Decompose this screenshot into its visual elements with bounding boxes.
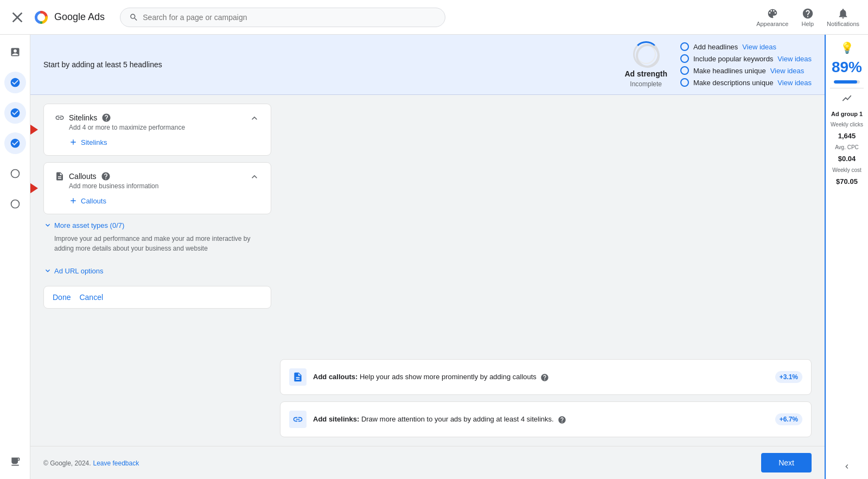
main-content: Start by adding at least 5 headlines Ad … — [30, 35, 825, 479]
callouts-icon — [55, 171, 65, 181]
sitelinks-help-icon — [101, 113, 111, 123]
suggestion-text-2: Include popular keywords — [693, 55, 773, 63]
appearance-button[interactable]: Appearance — [756, 8, 788, 27]
sitelinks-tip-body: Draw more attention to your ads by addin… — [361, 415, 554, 423]
notifications-button[interactable]: Notifications — [827, 8, 859, 27]
weekly-cost-label: Weekly cost — [832, 167, 861, 173]
suggestion-add-headlines: Add headlines View ideas — [680, 42, 812, 51]
callouts-tip-title: Add callouts: — [313, 373, 358, 381]
suggestion-unique-headlines: Make headlines unique View ideas — [680, 66, 812, 75]
add-callouts-button[interactable]: Callouts — [69, 196, 260, 205]
content-area: Sitelinks Add 4 or more to maximize perf… — [30, 95, 825, 446]
url-options-chevron-icon — [43, 266, 52, 275]
chart-icon — [841, 93, 852, 106]
sidebar-item-circle1[interactable] — [4, 163, 26, 184]
performance-percent: 89% — [832, 59, 862, 76]
sitelinks-tip-badge: +6.7% — [775, 413, 802, 425]
sitelinks-subtitle: Add 4 or more to maximize performance — [69, 124, 185, 131]
sitelinks-card-wrapper: Sitelinks Add 4 or more to maximize perf… — [43, 104, 271, 156]
ad-strength-banner: Start by adding at least 5 headlines Ad … — [30, 35, 825, 95]
view-ideas-4[interactable]: View ideas — [777, 79, 812, 87]
sidebar-item-check1[interactable] — [4, 72, 26, 93]
close-button[interactable] — [9, 9, 26, 26]
sidebar-item-circle2[interactable] — [4, 193, 26, 215]
callouts-card-header: Callouts Add more business information — [55, 171, 260, 190]
sidebar-item-check3[interactable] — [4, 132, 26, 154]
weekly-clicks-value: 1,645 — [838, 132, 856, 140]
avg-cpc-value: $0.04 — [838, 155, 856, 163]
panel-collapse-button[interactable] — [843, 462, 851, 472]
tip-card-sitelinks: Add sitelinks: Draw more attention to yo… — [280, 401, 812, 437]
suggestion-text-1: Add headlines — [693, 43, 738, 51]
svg-point-1 — [11, 170, 19, 178]
search-input[interactable] — [143, 13, 436, 22]
callouts-chevron[interactable] — [249, 171, 260, 184]
ad-strength-center: Ad strength Incomplete — [624, 41, 667, 88]
sitelinks-arrow-container — [30, 116, 38, 143]
suggestion-unique-descriptions: Make descriptions unique View ideas — [680, 78, 812, 87]
view-ideas-1[interactable]: View ideas — [742, 43, 776, 51]
callouts-arrow-container — [30, 175, 38, 202]
callouts-red-arrow — [30, 175, 38, 202]
svg-point-2 — [11, 200, 19, 208]
sidebar-item-settings[interactable] — [4, 451, 26, 472]
logo: Google Ads — [33, 9, 105, 26]
header-actions: Appearance Help Notifications — [756, 8, 859, 27]
callouts-subtitle: Add more business information — [69, 182, 158, 190]
sidebar-item-check2[interactable] — [4, 102, 26, 124]
add-sitelinks-label: Sitelinks — [81, 138, 107, 146]
ad-group-label: Ad group 1 — [831, 111, 863, 117]
performance-bar-fill — [834, 80, 857, 84]
suggestion-radio-4 — [680, 78, 689, 87]
callouts-tip-help-icon — [540, 373, 549, 382]
more-asset-types-label: More asset types (0/7) — [54, 221, 124, 229]
callouts-title: Callouts — [55, 171, 158, 181]
sidebar-item-dashboard[interactable] — [4, 41, 26, 63]
progress-circle — [633, 41, 659, 67]
appearance-label: Appearance — [756, 21, 788, 27]
right-column: Add callouts: Help your ads show more pr… — [280, 104, 812, 437]
svg-marker-6 — [30, 177, 38, 199]
callouts-tip-text: Add callouts: Help your ads show more pr… — [313, 372, 769, 382]
copyright-text: © Google, 2024. — [43, 459, 91, 467]
right-column-spacer — [280, 104, 812, 353]
more-asset-types-link[interactable]: More asset types (0/7) — [43, 221, 271, 229]
callouts-card-wrapper: Callouts Add more business information — [43, 162, 271, 214]
sitelinks-chevron[interactable] — [249, 113, 260, 125]
add-sitelinks-button[interactable]: Sitelinks — [69, 138, 260, 146]
suggestion-text-3: Make headlines unique — [693, 67, 766, 75]
search-icon — [129, 12, 138, 22]
sitelinks-card-header: Sitelinks Add 4 or more to maximize perf… — [55, 113, 260, 131]
chevron-down-icon — [43, 221, 52, 229]
sitelinks-tip-title: Add sitelinks: — [313, 415, 359, 423]
view-ideas-2[interactable]: View ideas — [777, 55, 812, 63]
main-layout: Start by adding at least 5 headlines Ad … — [0, 35, 868, 479]
bottom-bar: © Google, 2024. Leave feedback Next — [30, 446, 825, 479]
header: Google Ads Appearance Help Notifications — [0, 0, 868, 35]
sidebar — [0, 35, 30, 479]
callouts-tip-icon — [289, 368, 307, 386]
sitelinks-tip-help-icon — [558, 416, 566, 424]
done-button[interactable]: Done — [53, 293, 71, 302]
suggestion-radio-3 — [680, 66, 689, 75]
help-button[interactable]: Help — [801, 8, 814, 27]
sitelinks-tip-icon — [289, 411, 307, 428]
sitelinks-tip-text: Add sitelinks: Draw more attention to yo… — [313, 414, 769, 425]
suggestion-popular-keywords: Include popular keywords View ideas — [680, 54, 812, 63]
search-bar[interactable] — [120, 8, 445, 27]
sitelinks-title: Sitelinks — [55, 113, 185, 123]
leave-feedback-link[interactable]: Leave feedback — [93, 459, 139, 467]
suggestion-radio-2 — [680, 54, 689, 63]
tip-card-callouts: Add callouts: Help your ads show more pr… — [280, 359, 812, 395]
cancel-button[interactable]: Cancel — [79, 293, 103, 302]
view-ideas-3[interactable]: View ideas — [770, 67, 805, 75]
ad-url-options-link[interactable]: Ad URL options — [43, 266, 271, 275]
copyright-section: © Google, 2024. Leave feedback — [43, 458, 139, 467]
bulb-icon: 💡 — [840, 41, 854, 54]
logo-text: Google Ads — [54, 11, 105, 23]
callouts-title-area: Callouts Add more business information — [55, 171, 158, 190]
avg-cpc-label: Avg. CPC — [835, 144, 859, 150]
callouts-tip-badge: +3.1% — [775, 371, 802, 383]
next-button[interactable]: Next — [761, 453, 812, 472]
callouts-help-icon — [101, 171, 111, 181]
